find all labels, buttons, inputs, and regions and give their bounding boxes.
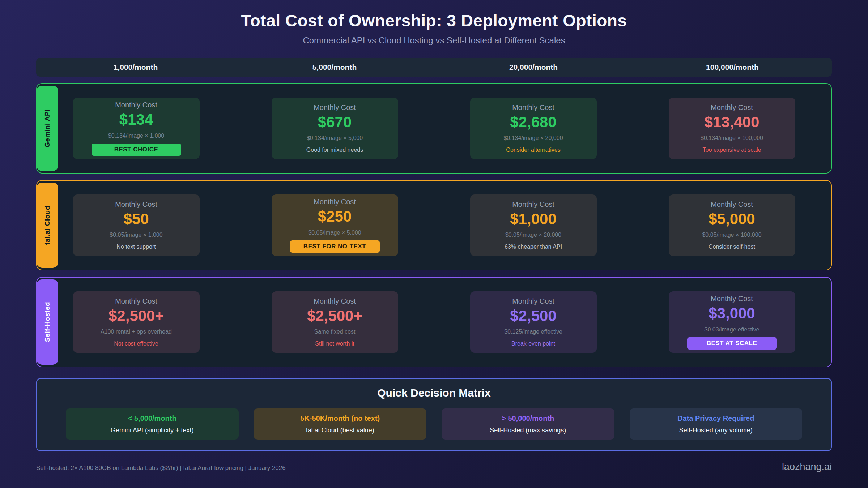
- matrix-box-recommendation: Gemini API (simplicity + text): [111, 427, 194, 434]
- monthly-cost-label: Monthly Cost: [115, 297, 157, 305]
- cost-card-fal-5000: Monthly Cost $250 $0.05/image × 5,000 BE…: [272, 194, 398, 256]
- matrix-box-recommendation: Self-Hosted (any volume): [679, 427, 753, 434]
- card-note: Break-even point: [511, 341, 555, 347]
- price-formula: $0.134/image × 1,000: [108, 133, 164, 139]
- price-formula: Same fixed cost: [314, 329, 356, 335]
- price-formula: $0.03/image effective: [705, 326, 760, 333]
- price-value: $1,000: [510, 211, 556, 227]
- price-formula: $0.134/image × 20,000: [503, 135, 563, 141]
- row-label-fal-cloud: fal.ai Cloud: [43, 206, 51, 245]
- card-note: 63% cheaper than API: [505, 244, 562, 250]
- option-rows: Gemini API Monthly Cost $134 $0.134/imag…: [36, 83, 832, 367]
- brand-watermark: laozhang.ai: [782, 461, 832, 472]
- price-formula: $0.05/image × 100,000: [702, 232, 761, 238]
- column-header-20000: 20,000/month: [434, 63, 633, 72]
- monthly-cost-label: Monthly Cost: [512, 200, 554, 209]
- price-formula: $0.05/image × 1,000: [110, 232, 162, 238]
- cost-card-gemini-5000: Monthly Cost $670 $0.134/image × 5,000 G…: [272, 98, 398, 159]
- monthly-cost-label: Monthly Cost: [711, 200, 753, 209]
- price-value: $134: [119, 111, 153, 128]
- card-note: Good for mixed needs: [306, 147, 363, 153]
- price-value: $5,000: [709, 211, 755, 227]
- column-header-100000: 100,000/month: [633, 63, 832, 72]
- price-value: $50: [123, 211, 149, 227]
- price-formula: $0.05/image × 5,000: [308, 230, 361, 236]
- footer: Self-hosted: 2× A100 80GB on Lambda Labs…: [36, 461, 832, 472]
- matrix-box-title: < 5,000/month: [128, 414, 176, 423]
- quick-decision-matrix: Quick Decision Matrix < 5,000/month Gemi…: [36, 378, 832, 451]
- price-formula: $0.05/image × 20,000: [505, 232, 561, 238]
- price-value: $670: [318, 114, 352, 130]
- column-header-5000: 5,000/month: [235, 63, 434, 72]
- row-tab-gemini-api: Gemini API: [37, 86, 58, 171]
- monthly-cost-label: Monthly Cost: [115, 101, 157, 109]
- cost-card-gemini-100000: Monthly Cost $13,400 $0.134/image × 100,…: [669, 98, 795, 159]
- card-note: Consider self-host: [709, 244, 755, 250]
- cost-card-fal-20000: Monthly Cost $1,000 $0.05/image × 20,000…: [470, 194, 597, 256]
- card-note: Too expensive at scale: [703, 147, 761, 153]
- card-note: Still not worth it: [315, 341, 354, 347]
- row-gemini-api: Gemini API Monthly Cost $134 $0.134/imag…: [36, 83, 832, 174]
- matrix-box-recommendation: fal.ai Cloud (best value): [306, 427, 374, 434]
- volume-column-header: 1,000/month 5,000/month 20,000/month 100…: [36, 58, 832, 77]
- price-value: $3,000: [709, 305, 755, 322]
- page-subtitle: Commercial API vs Cloud Hosting vs Self-…: [0, 35, 868, 46]
- cost-card-gemini-1000: Monthly Cost $134 $0.134/image × 1,000 B…: [73, 98, 200, 159]
- row-fal-cloud: fal.ai Cloud Monthly Cost $50 $0.05/imag…: [36, 180, 832, 270]
- matrix-box-title: > 50,000/month: [502, 414, 554, 423]
- card-note: Not cost effective: [114, 341, 158, 347]
- price-formula: A100 rental + ops overhead: [101, 329, 172, 335]
- monthly-cost-label: Monthly Cost: [711, 103, 753, 112]
- matrix-box-title: 5K-50K/month (no text): [300, 414, 380, 423]
- monthly-cost-label: Monthly Cost: [512, 297, 554, 305]
- price-value: $13,400: [705, 114, 760, 130]
- matrix-box-data-privacy: Data Privacy Required Self-Hosted (any v…: [630, 408, 803, 440]
- column-header-1000: 1,000/month: [36, 63, 235, 72]
- matrix-box-over-50000: > 50,000/month Self-Hosted (max savings): [442, 408, 614, 440]
- matrix-box-recommendation: Self-Hosted (max savings): [490, 427, 566, 434]
- row-tab-self-hosted: Self-Hosted: [37, 279, 58, 365]
- monthly-cost-label: Monthly Cost: [512, 103, 554, 112]
- cost-card-selfhosted-100000: Monthly Cost $3,000 $0.03/image effectiv…: [669, 291, 795, 353]
- card-note: Consider alternatives: [506, 147, 560, 153]
- row-tab-fal-cloud: fal.ai Cloud: [37, 183, 58, 268]
- price-formula: $0.134/image × 100,000: [701, 135, 763, 141]
- matrix-box-5k-50k: 5K-50K/month (no text) fal.ai Cloud (bes…: [254, 408, 427, 440]
- row-self-hosted: Self-Hosted Monthly Cost $2,500+ A100 re…: [36, 277, 832, 367]
- monthly-cost-label: Monthly Cost: [314, 103, 356, 112]
- price-value: $2,680: [510, 114, 556, 130]
- footer-note: Self-hosted: 2× A100 80GB on Lambda Labs…: [36, 465, 286, 472]
- cost-card-selfhosted-1000: Monthly Cost $2,500+ A100 rental + ops o…: [73, 291, 200, 353]
- best-for-no-text-badge: BEST FOR NO-TEXT: [290, 240, 380, 253]
- best-at-scale-badge: BEST AT SCALE: [687, 337, 777, 350]
- price-value: $2,500+: [307, 308, 362, 324]
- price-formula: $0.125/image effective: [504, 329, 562, 335]
- best-choice-badge: BEST CHOICE: [92, 144, 181, 156]
- price-value: $2,500+: [109, 308, 164, 324]
- price-value: $250: [318, 208, 352, 225]
- cost-card-selfhosted-5000: Monthly Cost $2,500+ Same fixed cost Sti…: [272, 291, 398, 353]
- cost-card-fal-100000: Monthly Cost $5,000 $0.05/image × 100,00…: [669, 194, 795, 256]
- row-label-self-hosted: Self-Hosted: [43, 302, 51, 342]
- monthly-cost-label: Monthly Cost: [314, 198, 356, 206]
- page-title: Total Cost of Ownership: 3 Deployment Op…: [0, 0, 868, 30]
- monthly-cost-label: Monthly Cost: [711, 295, 753, 303]
- matrix-box-title: Data Privacy Required: [677, 414, 754, 423]
- matrix-box-under-5000: < 5,000/month Gemini API (simplicity + t…: [66, 408, 239, 440]
- row-label-gemini-api: Gemini API: [43, 109, 51, 147]
- cost-card-selfhosted-20000: Monthly Cost $2,500 $0.125/image effecti…: [470, 291, 597, 353]
- price-formula: $0.134/image × 5,000: [307, 135, 363, 141]
- cost-card-fal-1000: Monthly Cost $50 $0.05/image × 1,000 No …: [73, 194, 200, 256]
- monthly-cost-label: Monthly Cost: [314, 297, 356, 305]
- tco-infographic: Total Cost of Ownership: 3 Deployment Op…: [0, 0, 868, 488]
- price-value: $2,500: [510, 308, 556, 324]
- card-note: No text support: [116, 244, 156, 250]
- cost-card-gemini-20000: Monthly Cost $2,680 $0.134/image × 20,00…: [470, 98, 597, 159]
- matrix-title: Quick Decision Matrix: [66, 387, 802, 399]
- monthly-cost-label: Monthly Cost: [115, 200, 157, 209]
